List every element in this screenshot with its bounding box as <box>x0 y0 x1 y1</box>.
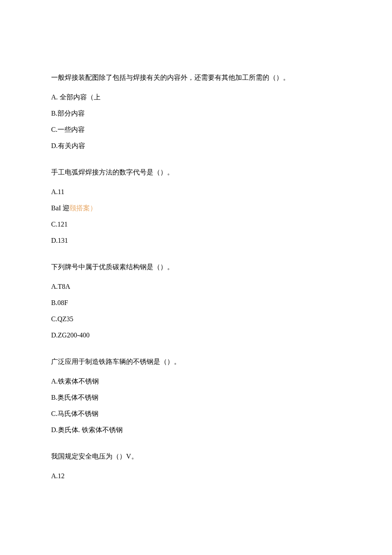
option-prefix: C. <box>51 315 58 323</box>
option-text: 奥氏体. 铁索体不锈钢 <box>58 426 123 433</box>
option-text: 121 <box>58 221 68 228</box>
document-page: 一般焊接装配图除了包括与焊接有关的内容外，还需要有其他加工所需的（）。 A. 全… <box>0 0 392 523</box>
question-block: 手工电弧焊焊接方法的数字代号是（）。 A.11 BaI 迎颐搭案） C.121 … <box>51 167 341 246</box>
option-text: 奥氏体不锈钢 <box>58 394 98 401</box>
option-a: A.12 <box>51 471 341 481</box>
option-prefix: D. <box>51 331 58 339</box>
option-highlight: 颐搭案） <box>69 204 97 212</box>
option-text: 12 <box>58 472 65 479</box>
question-text: 一般焊接装配图除了包括与焊接有关的内容外，还需要有其他加工所需的（）。 <box>51 73 341 83</box>
option-d: D.131 <box>51 235 341 246</box>
option-d: D.ZG200-400 <box>51 330 341 340</box>
option-c: C.QZ35 <box>51 314 341 324</box>
option-prefix: A. <box>51 93 60 101</box>
option-c: C.121 <box>51 219 341 230</box>
option-c: C.一些内容 <box>51 125 341 135</box>
option-b: B.部分内容 <box>51 108 341 119</box>
option-text: 部分内容 <box>58 110 85 117</box>
option-prefix: C. <box>51 126 58 133</box>
option-prefix: D. <box>51 426 58 433</box>
option-text: QZ35 <box>58 315 73 323</box>
option-prefix: BaI 迎 <box>51 204 69 212</box>
option-d: D.有关内容 <box>51 141 341 151</box>
option-a: A.铁素体不锈钢 <box>51 376 341 386</box>
question-text: 广泛应用于制造铁路车辆的不锈钢是（）。 <box>51 357 341 367</box>
option-a: A. 全部内容（上 <box>51 92 341 102</box>
option-text: ZG200-400 <box>58 331 90 339</box>
option-prefix: C. <box>51 410 58 417</box>
option-prefix: A. <box>51 188 58 195</box>
option-prefix: C. <box>51 221 58 228</box>
option-prefix: B. <box>51 110 58 117</box>
option-prefix: D. <box>51 237 58 244</box>
option-text: 131 <box>58 237 68 244</box>
option-prefix: A. <box>51 283 58 290</box>
question-block: 一般焊接装配图除了包括与焊接有关的内容外，还需要有其他加工所需的（）。 A. 全… <box>51 73 341 151</box>
option-b: B.08F <box>51 298 341 308</box>
option-b: BaI 迎颐搭案） <box>51 203 341 213</box>
option-a: A.T8A <box>51 282 341 292</box>
question-block: 广泛应用于制造铁路车辆的不锈钢是（）。 A.铁素体不锈钢 B.奥氏体不锈钢 C.… <box>51 357 341 435</box>
option-prefix: B. <box>51 394 58 401</box>
option-b: B.奥氏体不锈钢 <box>51 392 341 403</box>
option-text: 11 <box>58 188 64 195</box>
question-text: 我国规定安全电压为（）V。 <box>51 451 341 462</box>
option-text: T8A <box>58 283 70 290</box>
option-prefix: B. <box>51 299 58 306</box>
option-text: 全部内容（上 <box>60 93 101 101</box>
option-prefix: A. <box>51 378 58 385</box>
question-text: 手工电弧焊焊接方法的数字代号是（）。 <box>51 167 341 177</box>
option-prefix: A. <box>51 472 58 479</box>
option-text: 一些内容 <box>58 126 85 133</box>
option-text: 有关内容 <box>58 142 85 149</box>
question-block: 我国规定安全电压为（）V。 A.12 <box>51 451 341 481</box>
option-text: 马氏体不锈钢 <box>58 410 98 417</box>
option-a: A.11 <box>51 187 341 197</box>
question-block: 下列牌号中属于优质碳素结构钢是（）。 A.T8A B.08F C.QZ35 D.… <box>51 262 341 340</box>
option-d: D.奥氏体. 铁索体不锈钢 <box>51 425 341 435</box>
option-text: 铁素体不锈钢 <box>58 378 99 385</box>
option-text: 08F <box>58 299 68 306</box>
question-text: 下列牌号中属于优质碳素结构钢是（）。 <box>51 262 341 272</box>
option-prefix: D. <box>51 142 58 149</box>
option-c: C.马氏体不锈钢 <box>51 409 341 419</box>
